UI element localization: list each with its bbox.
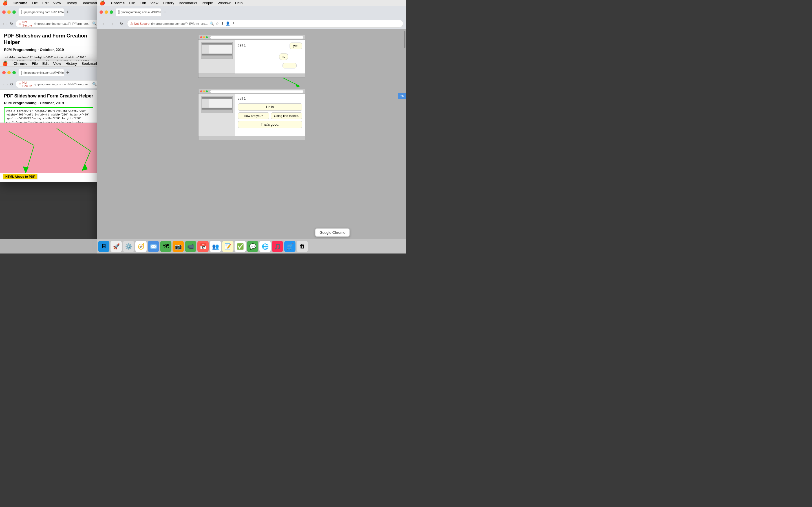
dock-reminders[interactable]: ✅: [235, 241, 246, 252]
close-button-bottom[interactable]: [2, 71, 6, 74]
chrome-menu-item[interactable]: Chrome: [13, 1, 28, 5]
close-button-right[interactable]: [100, 10, 103, 14]
url-text[interactable]: rjmprogramming.com.au/PHP/form_cre...: [34, 22, 91, 25]
dock-safari[interactable]: 🧭: [135, 241, 147, 252]
bookmarks-menu-right[interactable]: Bookmarks: [179, 1, 197, 5]
search-icon-right[interactable]: 🔍: [209, 21, 214, 25]
mini-screenshot-1: [201, 42, 233, 59]
history-menu-right[interactable]: History: [163, 1, 174, 5]
tab-label-bottom: rjmprogramming.com.au/PHP/form_cre...: [23, 71, 64, 74]
traffic-lights: [2, 10, 16, 14]
people-menu-right[interactable]: People: [202, 1, 213, 5]
chrome-menu-right[interactable]: Chrome: [111, 1, 124, 5]
slide-card-1: cell 1 yes no: [198, 35, 305, 78]
address-box[interactable]: ⚠ Not Secure rjmprogramming.com.au/PHP/f…: [15, 20, 97, 27]
back-button-bottom[interactable]: ‹: [3, 81, 4, 88]
active-tab[interactable]: P rjmprogramming.com.au/PHP/form_cre...: [18, 8, 64, 16]
edit-menu-bottom[interactable]: Edit: [42, 61, 49, 66]
window-menu-right[interactable]: Window: [217, 1, 231, 5]
apple-menu[interactable]: 🍎: [2, 0, 8, 6]
close-button[interactable]: [2, 10, 6, 14]
bubble-yes: yes: [290, 43, 302, 49]
edit-menu-right[interactable]: Edit: [140, 1, 146, 5]
slide-cell-1: cell 1: [238, 43, 246, 47]
minimize-button-right[interactable]: [105, 10, 108, 14]
dock-preferences[interactable]: ⚙️: [123, 241, 134, 252]
tab-favicon-right: P: [118, 10, 119, 14]
dock-trash[interactable]: 🗑: [297, 241, 308, 252]
search-icon-bottom[interactable]: 🔍: [92, 82, 97, 86]
back-button[interactable]: ‹: [3, 20, 4, 27]
not-secure-indicator-right: ⚠ Not Secure: [130, 22, 149, 25]
mini-addressbar-1: [210, 36, 303, 39]
address-actions-bottom: 🔍 ☆ ⬇ 👤 ⋮: [92, 82, 97, 86]
file-menu-bottom[interactable]: File: [32, 61, 38, 66]
url-text-bottom[interactable]: rjmprogramming.com.au/PHP/form_cre...: [34, 82, 91, 86]
profile-icon-right[interactable]: 👤: [225, 21, 230, 25]
maximize-button-bottom[interactable]: [12, 71, 16, 74]
maximize-button[interactable]: [12, 10, 16, 14]
history-menu-bottom[interactable]: History: [65, 61, 77, 66]
dock-maps[interactable]: 🗺: [160, 241, 171, 252]
dock-chrome[interactable]: 🌐: [259, 241, 271, 252]
tab-favicon-bottom: P: [21, 71, 22, 75]
view-menu-bottom[interactable]: View: [53, 61, 61, 66]
apple-menu-right[interactable]: 🍎: [100, 0, 105, 6]
dock-notes[interactable]: 📝: [222, 241, 234, 252]
back-button-right[interactable]: ‹: [100, 20, 107, 27]
address-bar-right: ‹ › ↻ ⚠ Not Secure rjmprogramming.com.au…: [97, 18, 406, 29]
search-icon[interactable]: 🔍: [92, 21, 97, 25]
window-left-top: 🍎 Chrome File Edit View History Bookmark…: [0, 0, 97, 61]
html-to-pdf-button-bottom[interactable]: HTML Above to PDF: [3, 174, 38, 179]
history-menu-item[interactable]: History: [65, 1, 77, 5]
file-menu-right[interactable]: File: [129, 1, 135, 5]
slide-card-2-content: cell 1 Hello How are you? Going fine tha…: [235, 94, 305, 136]
download-icon-right[interactable]: ⬇: [221, 21, 224, 25]
bookmark-icon-right[interactable]: ☆: [216, 21, 219, 25]
reload-button-bottom[interactable]: ↻: [10, 81, 13, 88]
forward-button[interactable]: ›: [6, 20, 8, 27]
dock-messages[interactable]: 💬: [247, 241, 258, 252]
url-text-right[interactable]: rjmprogramming.com.au/PHP/form_cre...: [151, 22, 208, 25]
menu-icon-right[interactable]: ⋮: [232, 21, 236, 25]
new-tab-button-right[interactable]: +: [161, 9, 168, 15]
dock-finder[interactable]: 🖥: [98, 241, 109, 252]
forward-button-bottom[interactable]: ›: [6, 81, 8, 88]
dock-calendar[interactable]: 📅: [197, 241, 209, 252]
help-menu-right[interactable]: Help: [235, 1, 243, 5]
address-box-bottom[interactable]: ⚠ Not Secure rjmprogramming.com.au/PHP/f…: [15, 80, 97, 88]
forward-button-right[interactable]: ›: [109, 20, 116, 27]
minimize-button-bottom[interactable]: [7, 71, 11, 74]
chrome-menu-bottom[interactable]: Chrome: [13, 61, 28, 66]
code-textarea-left-top[interactable]: <table border="1" height="400"><tr><td w…: [4, 54, 93, 61]
new-tab-button-bottom[interactable]: +: [64, 69, 71, 76]
address-box-right[interactable]: ⚠ Not Secure rjmprogramming.com.au/PHP/f…: [127, 20, 403, 27]
dock-appstore[interactable]: 🛒: [284, 241, 296, 252]
scroll-indicator[interactable]: [404, 31, 405, 48]
chrome-toolbar-left-top: P rjmprogramming.com.au/PHP/form_cre... …: [0, 6, 97, 18]
maximize-button-right[interactable]: [110, 10, 113, 14]
file-menu-item[interactable]: File: [32, 1, 38, 5]
dock-facetime[interactable]: 📹: [185, 241, 196, 252]
menubar-left-bottom: 🍎 Chrome File Edit View History Bookmark…: [0, 61, 97, 67]
new-tab-button[interactable]: +: [64, 9, 71, 15]
dock-photos[interactable]: 📷: [172, 241, 184, 252]
svg-line-2: [57, 128, 91, 151]
reload-button-right[interactable]: ↻: [118, 20, 125, 27]
view-menu-right[interactable]: View: [150, 1, 158, 5]
minimize-button[interactable]: [7, 10, 11, 14]
mini-toolbar-1: [199, 35, 305, 40]
bookmarks-menu-item[interactable]: Bookmarks: [82, 1, 97, 5]
view-menu-item[interactable]: View: [53, 1, 61, 5]
active-tab-bottom[interactable]: P rjmprogramming.com.au/PHP/form_cre...: [18, 69, 64, 76]
active-tab-right[interactable]: P rjmprogramming.com.au/PHP/form_cre...: [116, 8, 161, 16]
dock-launchpad[interactable]: 🚀: [110, 241, 122, 252]
apple-menu-bottom[interactable]: 🍎: [2, 61, 8, 66]
reload-button[interactable]: ↻: [10, 20, 13, 27]
slide-card-1-content: cell 1 yes no: [235, 40, 305, 73]
bookmarks-menu-bottom[interactable]: Bookmarks: [82, 61, 97, 66]
dock-mail[interactable]: ✉️: [148, 241, 159, 252]
dock-contacts[interactable]: 👥: [210, 241, 221, 252]
edit-menu-item[interactable]: Edit: [42, 1, 49, 5]
dock-itunes[interactable]: 🎵: [272, 241, 283, 252]
